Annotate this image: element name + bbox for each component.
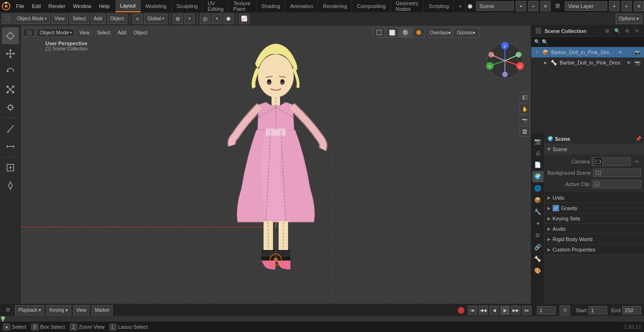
menu-render[interactable]: Render — [45, 0, 69, 12]
object-mode-dropdown[interactable]: Object Mode▾ — [14, 14, 50, 24]
viewport-object-mode[interactable]: Object Mode▾ — [37, 28, 74, 37]
viewlayer-remove-icon[interactable]: ✕ — [634, 1, 644, 11]
outliner-search-icon[interactable]: 🔍 — [613, 27, 621, 35]
viewport-view-btn[interactable]: View — [76, 27, 92, 38]
editor-type-icon[interactable]: ⬛ — [2, 14, 12, 24]
prev-frame-btn[interactable]: ◀◀ — [479, 306, 488, 315]
units-section-header[interactable]: ▶ Units — [545, 193, 644, 203]
scene-add-icon[interactable]: + — [528, 1, 538, 11]
background-scene-value[interactable] — [593, 169, 641, 177]
camera-viewport-icon[interactable]: 📷 — [520, 115, 530, 125]
select-status[interactable]: ● Select — [3, 324, 26, 331]
grab-icon[interactable]: ✋ — [520, 104, 530, 114]
tab-modeling[interactable]: Modeling — [141, 0, 172, 12]
play-reverse-btn[interactable]: ◀ — [489, 306, 499, 315]
menu-edit[interactable]: Edit — [28, 0, 45, 12]
tab-scripting[interactable]: Scripting — [424, 0, 454, 12]
gizmo-btn[interactable]: Gizmos▾ — [453, 27, 479, 38]
nav-gizmo[interactable]: Z X Y -Z — [484, 40, 526, 82]
scale-tool[interactable] — [2, 81, 19, 98]
render-icon-2[interactable]: 📷 — [634, 59, 641, 66]
outliner-armature-item[interactable]: ▶ 🦴 Barbie_Doll_in_Pink_Dres 👁 📷 — [531, 57, 644, 68]
outliner-collection-item[interactable]: ▼ 📦 Barbie_Doll_in_Pink_Dress_T 👁 ⊕ 📷 — [531, 47, 644, 57]
jump-end-btn[interactable]: ⏭ — [522, 306, 531, 315]
tab-compositing[interactable]: Compositing — [352, 0, 391, 12]
proportional-falloff-icon[interactable]: ⬤ — [223, 14, 234, 24]
add-menu[interactable]: Add — [91, 14, 106, 24]
active-clip-value[interactable] — [592, 180, 641, 188]
play-btn[interactable]: ▶ — [500, 306, 510, 315]
image-viewport-icon[interactable]: 🖼 — [520, 126, 530, 137]
camera-value-field[interactable] — [592, 157, 631, 166]
tab-texture-paint[interactable]: Texture Paint — [229, 0, 256, 12]
playback-speed-icon[interactable]: ⏱ — [560, 305, 570, 316]
outliner-options-icon[interactable]: ⚙ — [623, 27, 631, 35]
tab-sculpting[interactable]: Sculpting — [172, 0, 203, 12]
proportional-icon[interactable]: ◎ — [200, 14, 210, 24]
keying-sets-section[interactable]: ▶ Keying Sets — [545, 213, 644, 224]
selectability-icon[interactable]: ⊕ — [625, 49, 633, 56]
prop-icon-world[interactable]: 🌐 — [532, 183, 544, 194]
overlay-btn[interactable]: Overlays▾ — [429, 27, 452, 38]
gravity-checkbox[interactable]: ✓ — [553, 205, 559, 211]
viewport-editor-type[interactable]: ⬛ — [24, 28, 35, 37]
box-select-status[interactable]: B Box Select — [31, 324, 65, 331]
outliner-filter-icon[interactable]: ⊞ — [603, 27, 611, 35]
bone-tool[interactable] — [2, 177, 19, 194]
timeline-type-icon[interactable]: ⏱ — [3, 305, 13, 316]
annotate-tool[interactable] — [2, 120, 19, 137]
jump-start-btn[interactable]: ⏮ — [468, 306, 477, 315]
tab-geometry-nodes[interactable]: Geometry Nodes — [391, 0, 424, 12]
shading-material-btn[interactable] — [399, 27, 412, 38]
keying-dropdown[interactable]: Keying ▾ — [46, 305, 71, 316]
zoom-view-status[interactable]: Z Zoom View — [70, 324, 105, 331]
tab-uv-editing[interactable]: UV Editing — [203, 0, 229, 12]
snap-magnet-icon[interactable]: ⊕ — [173, 14, 183, 24]
viewport-object-btn[interactable]: Object — [131, 27, 150, 38]
outliner-search-input[interactable] — [542, 39, 641, 45]
properties-pin-icon[interactable]: 📌 — [636, 136, 641, 141]
proportional-options-icon[interactable]: ▾ — [212, 14, 222, 24]
camera-edit-icon[interactable]: ✏ — [633, 157, 641, 166]
rigid-body-section[interactable]: ▶ Rigid Body World — [545, 234, 644, 244]
viewport-add-btn[interactable]: Add — [115, 27, 129, 38]
prop-icon-view-layer[interactable]: 📄 — [532, 159, 544, 170]
tab-layout[interactable]: Layout — [116, 0, 141, 12]
transform-tool[interactable] — [2, 99, 19, 116]
shading-solid-btn[interactable]: ⬜ — [386, 27, 398, 38]
custom-props-section[interactable]: ▶ Custom Properties — [545, 244, 644, 255]
prop-icon-constraints[interactable]: 🔗 — [532, 242, 544, 253]
tab-rendering[interactable]: Rendering — [318, 0, 352, 12]
prop-icon-render[interactable]: 📷 — [532, 136, 544, 147]
viewlayer-expand-icon[interactable]: ▾ — [609, 1, 619, 11]
add-object-tool[interactable] — [2, 159, 19, 176]
scene-selector[interactable]: Scene — [476, 1, 514, 11]
move-tool[interactable] — [2, 45, 19, 62]
properties-main-header[interactable]: 🌍 Scene 📌 — [545, 134, 644, 144]
tab-animation[interactable]: Animation — [285, 0, 318, 12]
menu-help[interactable]: Help — [95, 0, 114, 12]
object-menu[interactable]: Object — [107, 14, 127, 24]
cursor-tool[interactable] — [2, 27, 19, 44]
timeline-marker-btn[interactable]: Marker — [91, 305, 113, 316]
rotate-tool[interactable] — [2, 63, 19, 80]
outliner-type-icon[interactable]: ⬛ — [534, 27, 543, 35]
scene-expand-icon[interactable]: ▾ — [516, 1, 526, 11]
prop-icon-object[interactable]: 📦 — [532, 194, 544, 206]
orientation-dropdown[interactable]: Global▾ — [144, 14, 167, 24]
select-menu[interactable]: Select — [69, 14, 89, 24]
menu-file[interactable]: File — [12, 0, 28, 12]
prop-icon-material[interactable]: 🎨 — [532, 265, 544, 276]
tab-add[interactable]: + — [454, 0, 466, 12]
outliner-sync-icon[interactable]: ↻ — [633, 27, 641, 35]
snap-options-icon[interactable]: ▾ — [184, 14, 195, 24]
expand-icon-2[interactable]: ▶ — [543, 60, 548, 65]
view-menu[interactable]: View — [51, 14, 68, 24]
playback-dropdown[interactable]: Playback ▾ — [15, 305, 44, 316]
scene-section-header[interactable]: ▶ Scene — [545, 144, 644, 154]
prop-icon-particles[interactable]: ✦ — [532, 218, 544, 229]
audio-section[interactable]: ▶ Audio — [545, 224, 644, 234]
end-frame-field[interactable]: 250 — [622, 306, 641, 315]
current-frame-field[interactable]: 1 — [537, 306, 556, 315]
prop-icon-object-data[interactable]: 🦴 — [532, 253, 544, 265]
